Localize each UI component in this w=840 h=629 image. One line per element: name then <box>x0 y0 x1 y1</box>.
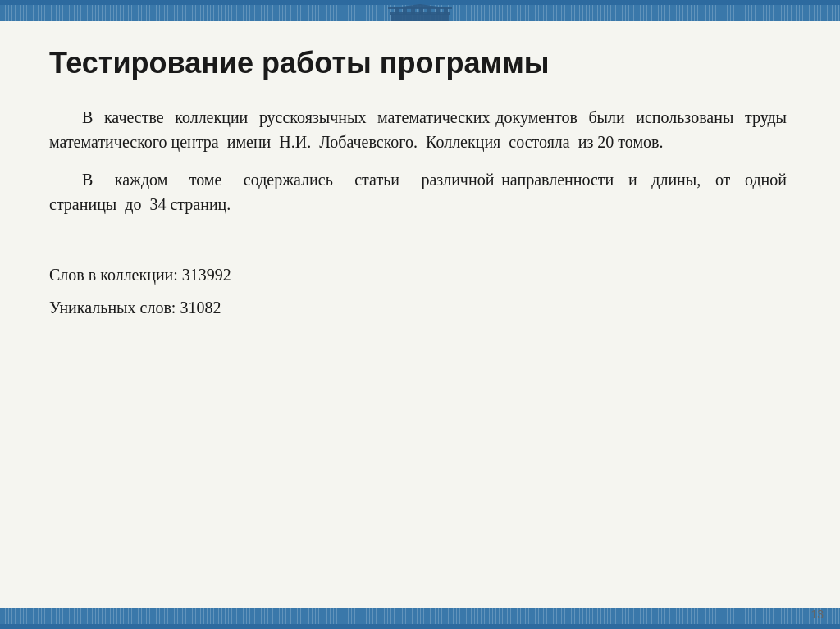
page-number: 13 <box>810 608 824 621</box>
svg-rect-4 <box>411 8 415 15</box>
svg-rect-8 <box>444 8 448 15</box>
svg-rect-5 <box>419 8 423 15</box>
stats-words: Слов в коллекции: 313992 <box>49 262 791 287</box>
slide-body: В качестве коллекции русскоязычных матем… <box>49 105 791 591</box>
paragraph-1: В качестве коллекции русскоязычных матем… <box>49 105 791 154</box>
bottom-accent-stripe <box>0 624 840 629</box>
svg-rect-10 <box>388 7 452 9</box>
temple-icon <box>383 4 457 21</box>
header-decoration <box>0 0 840 21</box>
svg-rect-0 <box>391 14 449 21</box>
bottom-greek-border <box>0 608 840 624</box>
slide-content: Тестирование работы программы В качестве… <box>0 21 840 608</box>
footer-decoration: 13 <box>0 608 840 629</box>
stats-unique: Уникальных слов: 31082 <box>49 295 791 320</box>
svg-rect-7 <box>436 8 440 15</box>
slide-container: Тестирование работы программы В качестве… <box>0 0 840 629</box>
svg-rect-2 <box>395 8 399 15</box>
svg-rect-6 <box>427 8 431 15</box>
paragraph-2: В каждом томе содержались статьи различн… <box>49 167 791 217</box>
top-greek-border <box>0 5 840 21</box>
slide-title: Тестирование работы программы <box>49 46 791 80</box>
svg-rect-3 <box>403 8 407 15</box>
